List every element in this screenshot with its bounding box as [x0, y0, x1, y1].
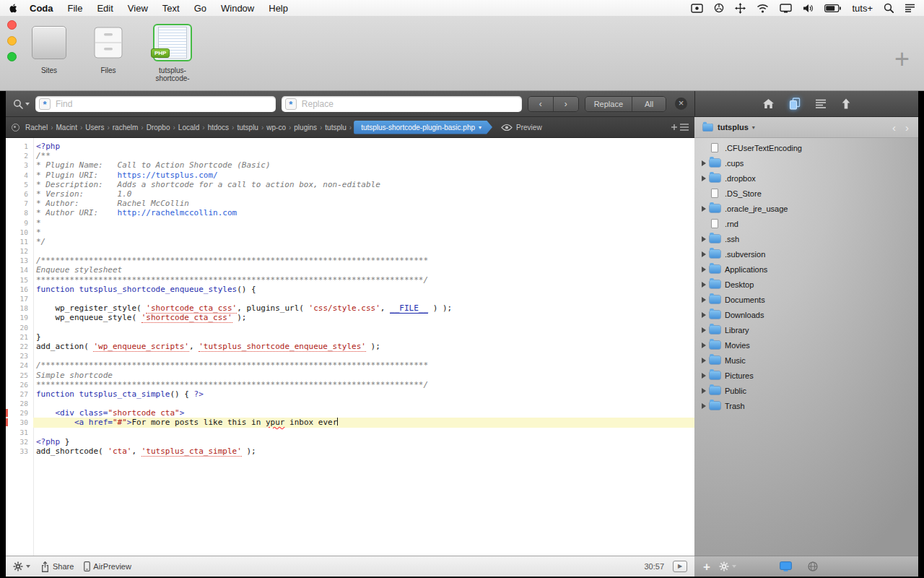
breadcrumb-item[interactable]: Users [83, 124, 106, 131]
code-line[interactable]: 26**************************************… [6, 380, 694, 389]
close-window-button[interactable] [7, 20, 17, 30]
menu-text[interactable]: Text [162, 3, 180, 14]
code-line[interactable]: 20 [6, 323, 694, 332]
apple-menu[interactable] [9, 3, 18, 14]
disclosure-triangle-icon[interactable] [702, 373, 706, 379]
file-list-item[interactable]: Downloads [694, 307, 918, 322]
app-menu-coda[interactable]: Coda [30, 3, 53, 14]
code-line[interactable]: 21} [6, 332, 694, 342]
find-previous-button[interactable]: ‹ [528, 97, 553, 111]
files-view-button[interactable] [789, 98, 801, 110]
code-line[interactable]: 1<?php [6, 142, 694, 151]
forward-button[interactable]: › [902, 122, 912, 133]
home-button[interactable] [762, 98, 775, 109]
disclosure-triangle-icon[interactable] [702, 206, 706, 212]
code-line[interactable]: 22add_action( 'wp_enqueue_scripts', 'tut… [6, 342, 694, 351]
code-line[interactable]: 30 <a href="#">For more posts like this … [6, 418, 694, 427]
file-list-item[interactable]: Desktop [694, 277, 918, 292]
zoom-window-button[interactable] [7, 52, 17, 61]
code-line[interactable]: 16function tutsplus_shortcode_enqueue_st… [6, 285, 694, 294]
back-button[interactable]: ‹ [889, 122, 899, 133]
battery-icon[interactable] [824, 4, 841, 12]
airpreview-button[interactable]: AirPreview [84, 561, 131, 571]
new-tab-button[interactable]: + [894, 46, 910, 72]
add-split-button[interactable] [671, 123, 689, 132]
file-list-item[interactable]: .cups [694, 155, 918, 171]
wildcard-token-icon[interactable]: * [285, 98, 297, 110]
code-line[interactable]: 7* Author: Rachel McCollin [6, 199, 694, 208]
disclosure-triangle-icon[interactable] [702, 312, 706, 318]
wildcard-token-icon[interactable]: * [39, 98, 51, 110]
file-list-item[interactable]: Movies [694, 337, 918, 353]
code-line[interactable]: 32<?php } [6, 437, 694, 447]
disclosure-triangle-icon[interactable] [702, 358, 706, 363]
file-list-item[interactable]: .CFUserTextEncoding [694, 140, 918, 155]
menu-file[interactable]: File [68, 3, 83, 14]
current-folder-name[interactable]: tutsplus [718, 123, 749, 131]
minimize-window-button[interactable] [7, 36, 17, 46]
code-line[interactable]: 31 [6, 428, 694, 437]
menu-view[interactable]: View [128, 3, 148, 14]
menu-window[interactable]: Window [221, 3, 254, 14]
web-globe-button[interactable] [808, 561, 818, 571]
disclosure-triangle-icon[interactable] [702, 160, 706, 166]
code-line[interactable]: 10* [6, 228, 694, 237]
code-line[interactable]: 6* Version: 1.0 [6, 189, 694, 199]
find-field[interactable]: * [35, 96, 276, 112]
menu-go[interactable]: Go [194, 3, 206, 14]
replace-all-button[interactable]: All [632, 97, 666, 111]
disclosure-triangle-icon[interactable] [702, 403, 706, 409]
close-find-bar-button[interactable]: × [675, 98, 687, 110]
add-item-button[interactable]: + [703, 561, 710, 573]
active-file-tab[interactable]: tutsplus-shortcode-plugin-basic.php ▾ [354, 121, 492, 134]
code-line[interactable]: 24/*************************************… [6, 361, 694, 370]
code-line[interactable]: 27function tutsplus_cta_simple() { ?> [6, 389, 694, 399]
toolbar-sites-button[interactable]: Sites [26, 22, 72, 74]
file-list-item[interactable]: Library [694, 322, 918, 337]
root-location-icon[interactable] [12, 124, 19, 131]
disclosure-triangle-icon[interactable] [702, 342, 706, 348]
text-lines-button[interactable] [815, 99, 827, 108]
code-line[interactable]: 25Simple shortcode [6, 371, 694, 380]
active-document-tab[interactable]: PHP tutsplus- shortcode- [144, 22, 201, 82]
code-line[interactable]: 11*/ [6, 237, 694, 246]
replace-button[interactable]: Replace [585, 97, 632, 111]
code-line[interactable]: 8* Author URI: http://rachelmccollin.com [6, 208, 694, 217]
menu-help[interactable]: Help [269, 3, 288, 14]
toolbar-files-button[interactable]: Files [85, 22, 131, 74]
move-arrows-icon[interactable] [735, 3, 746, 14]
find-next-button[interactable]: › [553, 97, 578, 111]
code-line[interactable]: 15**************************************… [6, 275, 694, 285]
display-icon[interactable] [780, 4, 792, 13]
file-list-item[interactable]: Music [694, 353, 918, 368]
breadcrumb-item[interactable]: Dropbo [144, 124, 173, 131]
file-list-item[interactable]: .dropbox [694, 171, 918, 186]
breadcrumb-item[interactable]: Macint [53, 124, 79, 131]
file-list-item[interactable]: .ssh [694, 231, 918, 246]
chevron-down-icon[interactable]: ▾ [752, 124, 755, 131]
code-line[interactable]: 9* [6, 218, 694, 228]
find-input[interactable] [54, 98, 272, 110]
replace-field[interactable]: * [282, 96, 522, 112]
spotlight-search-icon[interactable] [884, 3, 894, 13]
file-list-item[interactable]: Pictures [694, 368, 918, 383]
file-list-item[interactable]: Trash [694, 398, 918, 413]
code-line[interactable]: 14Enqueue stylesheet [6, 265, 694, 275]
file-list-item[interactable]: .DS_Store [694, 186, 918, 201]
disclosure-triangle-icon[interactable] [702, 282, 706, 288]
breadcrumb-item[interactable]: htdocs [206, 124, 231, 131]
code-line[interactable]: 5* Description: Adds a shortcode for a c… [6, 180, 694, 189]
breadcrumb-item[interactable]: wp-co [264, 124, 288, 131]
file-list-item[interactable]: Applications [694, 262, 918, 277]
code-line[interactable]: 13/*************************************… [6, 256, 694, 265]
code-line[interactable]: 12 [6, 246, 694, 256]
disclosure-triangle-icon[interactable] [702, 236, 706, 242]
code-line[interactable]: 4* Plugin URI: https://tutsplus.com/ [6, 171, 694, 180]
breadcrumb-item[interactable]: tutsplu [235, 124, 260, 131]
file-list-item[interactable]: .subversion [694, 246, 918, 262]
code-line[interactable]: 17 [6, 294, 694, 303]
code-line[interactable]: 29 <div class="shortcode cta"> [6, 408, 694, 418]
share-button[interactable]: Share [40, 561, 74, 572]
disclosure-triangle-icon[interactable] [702, 176, 706, 181]
file-list-item[interactable]: Documents [694, 292, 918, 307]
